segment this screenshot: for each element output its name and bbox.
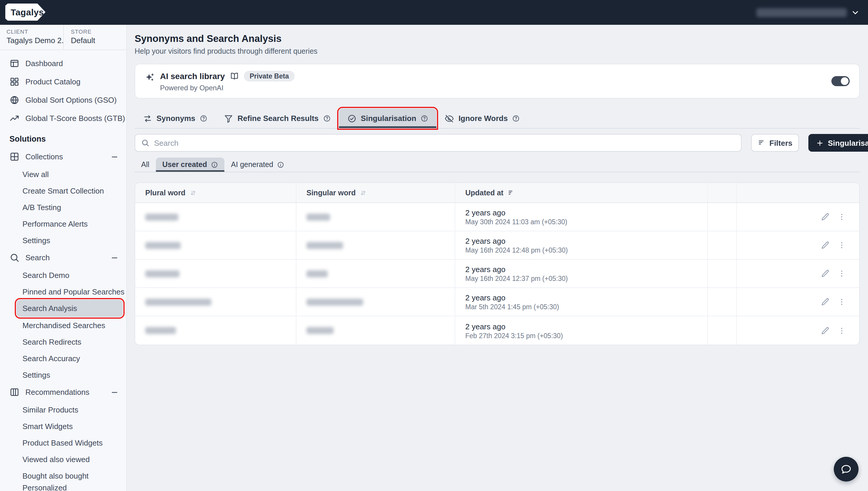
sidebar-item-settings[interactable]: Settings (0, 232, 127, 249)
edit-pencil-icon[interactable] (821, 269, 830, 278)
ai-search-library-card: AI search library Private Beta Powered b… (135, 64, 860, 98)
chevron-down-icon[interactable] (851, 8, 860, 17)
help-icon[interactable] (420, 115, 428, 122)
search-input[interactable] (154, 138, 735, 147)
table-row[interactable]: 2 years ago May 16th 2024 12:37 pm (+05:… (135, 260, 859, 288)
kebab-menu-icon[interactable] (837, 326, 846, 335)
tagalys-logo[interactable]: Tagalys (5, 3, 46, 21)
plural-word-cell (135, 260, 297, 287)
sidebar-item-merchandised-searches[interactable]: Merchandised Searches (0, 317, 127, 334)
collapse-minus-icon[interactable] (110, 388, 119, 396)
sidebar-item-search-redirects[interactable]: Search Redirects (0, 334, 127, 350)
updated-date: Mar 5th 2024 1:45 pm (+05:30) (465, 304, 559, 310)
sidebar-item-similar-products[interactable]: Similar Products (0, 401, 127, 418)
sidebar-item-global-sort-options-gso[interactable]: Global Sort Options (GSO) (0, 91, 127, 109)
sidebar-item-performance-alerts[interactable]: Performance Alerts (0, 215, 127, 232)
help-icon[interactable] (512, 115, 520, 122)
tab-label: Ignore Words (458, 114, 508, 123)
sidebar-item-personalized-recommendations[interactable]: Personalized Recommendations (0, 484, 127, 491)
sidebar-item-recommendations[interactable]: Recommendations (0, 383, 127, 401)
sort-active-icon[interactable] (507, 189, 515, 197)
sidebar-item-search-demo[interactable]: Search Demo (0, 267, 127, 283)
empty-cell (708, 231, 737, 259)
table-body: 2 years ago May 30th 2024 11:03 am (+05:… (135, 203, 859, 345)
search-icon (141, 139, 149, 147)
store-selector[interactable]: STORE Default (64, 25, 95, 50)
tagalys-logo-text: Tagalys (11, 7, 44, 17)
collapse-minus-icon[interactable] (110, 254, 119, 262)
tab-ignore-words[interactable]: Ignore Words (437, 109, 528, 128)
page-title: Synonyms and Search Analysis (135, 33, 282, 44)
table-row[interactable]: 2 years ago May 30th 2024 11:03 am (+05:… (135, 203, 859, 231)
redacted-singular-word (306, 327, 334, 334)
info-icon[interactable] (277, 161, 284, 169)
table-row[interactable]: 2 years ago Mar 5th 2024 1:45 pm (+05:30… (135, 288, 859, 316)
trending-up-icon (9, 113, 20, 123)
book-open-icon[interactable] (229, 71, 239, 81)
sidebar-item-smart-widgets[interactable]: Smart Widgets (0, 418, 127, 434)
app-window: Tagalys CLIENT Tagalys Demo 2... STORE D… (0, 0, 868, 491)
sidebar-item-label: Personalized Recommendations (23, 483, 127, 491)
tab-label: User created (162, 161, 207, 169)
sparkles-icon (145, 72, 155, 82)
sidebar-item-create-smart-collection[interactable]: Create Smart Collection (0, 182, 127, 199)
tab-user-created[interactable]: User created (156, 157, 225, 172)
sidebar-item-settings[interactable]: Settings (0, 367, 127, 383)
sidebar-item-label: Recommendations (25, 388, 89, 397)
column-header-singular-word[interactable]: Singular word (297, 183, 455, 202)
sidebar-item-bought-also-bought[interactable]: Bought also bought (0, 467, 127, 484)
redacted-plural-word (145, 213, 178, 221)
chat-widget-button[interactable] (834, 457, 859, 482)
sidebar-item-product-catalog[interactable]: Product Catalog (0, 73, 127, 91)
column-header-plural-word[interactable]: Plural word (135, 183, 297, 202)
edit-pencil-icon[interactable] (821, 297, 830, 306)
search-box (135, 134, 741, 152)
globe-icon (9, 95, 20, 105)
help-icon[interactable] (323, 115, 331, 122)
store-label: STORE (71, 28, 95, 35)
sidebar-item-search-analysis[interactable]: Search Analysis (17, 300, 123, 317)
sidebar-item-view-all[interactable]: View all (0, 166, 127, 182)
edit-pencil-icon[interactable] (821, 241, 830, 250)
kebab-menu-icon[interactable] (837, 297, 846, 306)
sort-icon[interactable] (359, 189, 368, 197)
table-row[interactable]: 2 years ago Feb 27th 2024 3:15 pm (+05:3… (135, 316, 859, 345)
empty-cell (708, 316, 737, 345)
sidebar-item-dashboard[interactable]: Dashboard (0, 54, 127, 73)
tab-label: Singularisation (361, 114, 416, 123)
ai-card-title: AI search library (160, 71, 225, 81)
empty-cell (708, 203, 737, 231)
kebab-menu-icon[interactable] (837, 212, 846, 221)
column-header-updated-at[interactable]: Updated at (455, 183, 708, 202)
sidebar-item-search-accuracy[interactable]: Search Accuracy (0, 350, 127, 367)
sidebar-item-pinned-and-popular-searches[interactable]: Pinned and Popular Searches (0, 283, 127, 300)
sidebar-item-viewed-also-viewed[interactable]: Viewed also viewed (0, 451, 127, 467)
info-icon[interactable] (211, 161, 218, 169)
edit-pencil-icon[interactable] (821, 326, 830, 335)
ai-library-toggle[interactable] (831, 76, 850, 86)
sidebar-item-label: Create Smart Collection (23, 186, 104, 195)
sidebar-item-a-b-testing[interactable]: A/B Testing (0, 199, 127, 215)
sidebar-item-global-t-score-boosts-gtb[interactable]: Global T-Score Boosts (GTB) (0, 109, 127, 127)
help-icon[interactable] (200, 115, 207, 122)
kebab-menu-icon[interactable] (837, 269, 846, 278)
add-singularisation-button[interactable]: Singularisation (808, 134, 868, 152)
tab-synonyms[interactable]: Synonyms (135, 109, 216, 128)
check-circle-icon (347, 114, 357, 123)
filters-button[interactable]: Filters (751, 134, 799, 152)
collapse-minus-icon[interactable] (110, 152, 119, 161)
sidebar-item-search[interactable]: Search (0, 249, 127, 267)
tab-all[interactable]: All (135, 157, 156, 172)
sidebar-item-product-based-widgets[interactable]: Product Based Widgets (0, 434, 127, 451)
tab-refine-search-results[interactable]: Refine Search Results (216, 109, 339, 128)
table-row[interactable]: 2 years ago May 16th 2024 12:48 pm (+05:… (135, 231, 859, 260)
client-selector[interactable]: CLIENT Tagalys Demo 2... (0, 25, 64, 50)
sidebar-item-collections[interactable]: Collections (0, 148, 127, 166)
sort-icon[interactable] (189, 189, 197, 197)
account-menu[interactable] (756, 0, 860, 25)
add-button-label: Singularisation (828, 138, 868, 147)
kebab-menu-icon[interactable] (837, 241, 846, 250)
edit-pencil-icon[interactable] (821, 212, 830, 221)
tab-ai-generated[interactable]: AI generated (224, 157, 290, 172)
tab-singularisation[interactable]: Singularisation (339, 109, 437, 128)
